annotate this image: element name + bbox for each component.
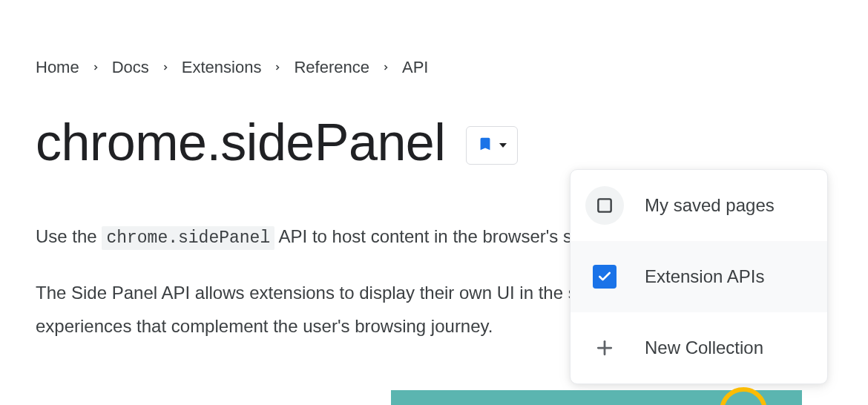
intro-pre: Use the (36, 226, 102, 246)
new-collection-button[interactable]: New Collection (571, 312, 827, 383)
inline-code: chrome.sidePanel (102, 226, 274, 250)
chevron-right-icon (91, 63, 100, 72)
breadcrumb-home[interactable]: Home (36, 58, 79, 77)
collection-label: My saved pages (645, 195, 775, 216)
bookmark-dropdown-button[interactable] (466, 126, 518, 165)
new-collection-label: New Collection (645, 338, 763, 358)
chevron-right-icon (161, 63, 170, 72)
bookmark-icon (477, 134, 493, 157)
chevron-right-icon (273, 63, 282, 72)
title-row: chrome.sidePanel (36, 113, 868, 172)
checkbox-checked-icon (593, 265, 617, 289)
svg-rect-0 (598, 199, 611, 211)
checkbox-unchecked-icon (585, 186, 624, 225)
breadcrumb-docs[interactable]: Docs (112, 58, 149, 77)
breadcrumb-reference[interactable]: Reference (294, 58, 369, 77)
collection-my-saved-pages[interactable]: My saved pages (571, 170, 827, 241)
chevron-right-icon (381, 63, 390, 72)
page-title: chrome.sidePanel (36, 113, 445, 172)
bookmark-dropdown-menu: My saved pages Extension APIs New Collec… (570, 169, 828, 384)
collection-label: Extension APIs (645, 266, 764, 287)
breadcrumb: Home Docs Extensions Reference API (36, 58, 868, 77)
breadcrumb-extensions[interactable]: Extensions (182, 58, 262, 77)
plus-icon (585, 329, 624, 367)
caret-down-icon (499, 143, 507, 148)
collection-extension-apis[interactable]: Extension APIs (571, 241, 827, 312)
breadcrumb-api[interactable]: API (402, 58, 428, 77)
